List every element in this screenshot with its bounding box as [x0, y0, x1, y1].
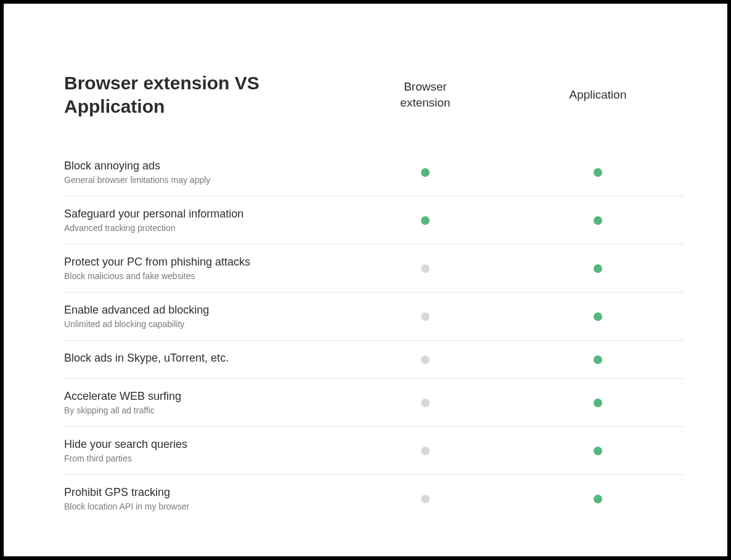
table-row: Hide your search queriesFrom third parti… [64, 427, 684, 475]
feature-info: Enable advanced ad blockingUnlimited ad … [64, 304, 339, 329]
dot-unsupported-icon [421, 399, 430, 407]
table-row: Block annoying adsGeneral browser limita… [64, 148, 684, 197]
feature-description: General browser limitations may apply [64, 175, 339, 185]
dot-unsupported-icon [421, 447, 430, 455]
feature-description: Advanced tracking protection [64, 223, 339, 233]
application-cell [512, 355, 684, 364]
table-row: Enable advanced ad blockingUnlimited ad … [64, 293, 684, 341]
application-cell [512, 216, 684, 225]
feature-title: Enable advanced ad blocking [64, 304, 339, 317]
dot-supported-icon [594, 264, 602, 273]
dot-supported-icon [594, 495, 602, 503]
feature-description: Block malicious and fake websites [64, 271, 339, 281]
table-body: Block annoying adsGeneral browser limita… [64, 148, 684, 522]
feature-info: Safeguard your personal informationAdvan… [64, 208, 339, 233]
table-row: Safeguard your personal informationAdvan… [64, 197, 684, 245]
dot-unsupported-icon [421, 355, 430, 364]
dot-supported-icon [421, 216, 430, 225]
application-cell [512, 399, 684, 407]
application-cell [512, 168, 684, 177]
extension-cell [339, 495, 512, 503]
comparison-table: Browser extension VS Application Browser… [64, 71, 684, 522]
table-row: Accelerate WEB surfingBy skipping all ad… [64, 379, 684, 427]
column-header-extension-line1: Browser [404, 80, 447, 93]
dot-supported-icon [594, 355, 602, 364]
feature-title: Block ads in Skype, uTorrent, etc. [64, 352, 339, 365]
feature-title: Accelerate WEB surfing [64, 390, 339, 403]
feature-info: Block annoying adsGeneral browser limita… [64, 160, 339, 185]
column-header-extension: Browser extension [339, 79, 512, 110]
column-header-application: Application [512, 87, 684, 103]
extension-cell [339, 355, 512, 364]
feature-title: Protect your PC from phishing attacks [64, 256, 339, 269]
table-row: Block ads in Skype, uTorrent, etc. [64, 341, 684, 379]
page-title: Browser extension VS Application [64, 71, 339, 118]
application-cell [512, 495, 684, 503]
dot-supported-icon [594, 216, 602, 225]
extension-cell [339, 312, 512, 321]
feature-description: Block location API in my browser [64, 501, 339, 511]
feature-info: Block ads in Skype, uTorrent, etc. [64, 352, 339, 367]
dot-unsupported-icon [421, 264, 430, 273]
application-cell [512, 312, 684, 321]
dot-supported-icon [421, 168, 430, 177]
feature-title: Hide your search queries [64, 438, 339, 451]
table-header-row: Browser extension VS Application Browser… [64, 71, 684, 118]
dot-unsupported-icon [421, 312, 430, 321]
feature-info: Prohibit GPS trackingBlock location API … [64, 486, 339, 511]
feature-title: Block annoying ads [64, 160, 339, 172]
application-cell [512, 447, 684, 455]
extension-cell [339, 447, 512, 455]
extension-cell [339, 264, 512, 273]
feature-info: Hide your search queriesFrom third parti… [64, 438, 339, 463]
application-cell [512, 264, 684, 273]
feature-title: Safeguard your personal information [64, 208, 339, 221]
table-row: Protect your PC from phishing attacksBlo… [64, 245, 684, 293]
dot-supported-icon [594, 399, 602, 407]
feature-info: Accelerate WEB surfingBy skipping all ad… [64, 390, 339, 415]
dot-supported-icon [594, 312, 602, 321]
feature-description: Unlimited ad blocking capability [64, 319, 339, 329]
table-row: Prohibit GPS trackingBlock location API … [64, 475, 684, 522]
feature-description: From third parties [64, 453, 339, 463]
feature-title: Prohibit GPS tracking [64, 486, 339, 499]
column-header-extension-line2: extension [400, 96, 450, 109]
extension-cell [339, 399, 512, 407]
extension-cell [339, 216, 512, 225]
dot-supported-icon [594, 168, 602, 177]
extension-cell [339, 168, 512, 177]
feature-description: By skipping all ad traffic [64, 405, 339, 415]
dot-unsupported-icon [421, 495, 430, 503]
feature-info: Protect your PC from phishing attacksBlo… [64, 256, 339, 281]
dot-supported-icon [594, 447, 602, 455]
